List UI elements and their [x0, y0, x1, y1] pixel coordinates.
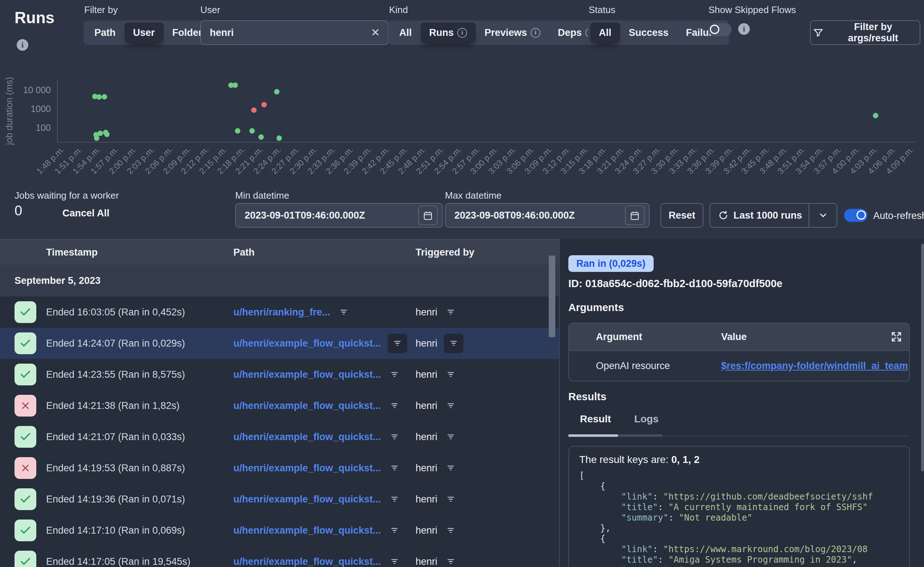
y-axis-ticks: 10 0001000100 [23, 85, 51, 133]
run-point[interactable] [104, 132, 110, 137]
run-user: henri [415, 525, 437, 536]
run-point[interactable] [251, 107, 257, 113]
detail-scrollbar[interactable] [921, 244, 924, 471]
filter-by-user-icon[interactable] [444, 333, 464, 353]
table-row[interactable]: Ended 14:24:07 (Ran in 0,029s) u/henri/e… [0, 328, 559, 359]
show-skipped-toggle[interactable] [709, 23, 731, 36]
show-skipped-info-icon[interactable]: i [738, 23, 750, 35]
success-icon [15, 550, 36, 567]
y-axis-title: job duration (ms) [4, 77, 14, 146]
table-row[interactable]: Ended 14:17:05 (Ran in 19,545s) u/henri/… [0, 546, 559, 567]
show-skipped-label: Show Skipped Flows [709, 4, 796, 16]
run-point[interactable] [233, 82, 238, 88]
runs-page: Runs i Filter by Path User Folder User ✕… [0, 0, 924, 567]
results-title: Results [568, 391, 606, 403]
filter-by-path-icon[interactable] [388, 399, 402, 412]
filter-by-path-icon[interactable] [388, 430, 402, 444]
runs-content: Timestamp Path Triggered by September 5,… [0, 239, 924, 567]
table-row[interactable]: Ended 14:19:53 (Ran in 0,887s) u/henri/e… [0, 453, 559, 484]
run-path-link[interactable]: u/henri/example_flow_quickst... [233, 494, 381, 505]
last-runs-button[interactable]: Last 1000 runs [710, 204, 808, 227]
runs-info-icon[interactable]: i [17, 39, 28, 51]
run-point[interactable] [261, 102, 267, 107]
filter-args-result-button[interactable]: Filter by args/result [810, 20, 920, 45]
table-row[interactable]: Ended 14:21:38 (Ran in 1,82s) u/henri/ex… [0, 390, 559, 421]
x-axis-ticks: 1:48 p.m.1:51 p.m.1:54 p.m.1:57 p.m.2:00… [35, 145, 915, 176]
filter-by-user-button[interactable]: User [125, 22, 164, 43]
filter-by-path-button[interactable]: Path [86, 22, 125, 43]
reset-button[interactable]: Reset [661, 203, 703, 228]
table-row[interactable]: Ended 14:17:10 (Ran in 0,069s) u/henri/e… [0, 515, 559, 546]
filter-by-path-icon[interactable] [388, 555, 402, 567]
kind-runs-button[interactable]: Runsi [421, 22, 476, 43]
filter-by-path-icon[interactable] [388, 461, 402, 475]
filter-by-path-icon[interactable] [337, 305, 351, 319]
run-path-link[interactable]: u/henri/example_flow_quickst... [233, 525, 381, 536]
tab-result[interactable]: Result [580, 413, 611, 425]
filter-by-path-icon[interactable] [388, 368, 402, 381]
run-timestamp: Ended 14:21:38 (Ran in 1,82s) [46, 400, 233, 411]
status-success-button[interactable]: Success [620, 22, 677, 43]
kind-label: Kind [389, 4, 408, 16]
filter-by-user-icon[interactable] [444, 555, 457, 567]
kind-all-button[interactable]: All [390, 22, 421, 43]
runs-duration-chart: job duration (ms) 10 0001000100 1:48 p.m… [0, 65, 924, 191]
argument-value-link[interactable]: $res:f/company-folder/windmill_ai_team [721, 360, 909, 372]
filter-by-user-icon[interactable] [444, 524, 457, 537]
last-runs-split-button: Last 1000 runs [709, 203, 837, 228]
kind-runs-info-icon: i [457, 28, 467, 38]
status-all-button[interactable]: All [590, 22, 620, 43]
table-row[interactable]: Ended 14:19:36 (Ran in 0,071s) u/henri/e… [0, 484, 559, 515]
clear-user-filter-icon[interactable]: ✕ [367, 27, 384, 38]
filter-by-user-icon[interactable] [444, 305, 457, 319]
filter-by-path-icon[interactable] [388, 492, 402, 506]
max-datetime-input[interactable] [454, 210, 625, 222]
run-point[interactable] [277, 136, 282, 141]
run-point[interactable] [249, 128, 255, 134]
run-path-link[interactable]: u/henri/example_flow_quickst... [233, 463, 381, 474]
tab-logs[interactable]: Logs [634, 413, 659, 425]
cancel-all-button[interactable]: Cancel All [60, 207, 112, 219]
table-row[interactable]: Ended 14:23:55 (Ran in 8,575s) u/henri/e… [0, 359, 559, 390]
chevron-down-icon [818, 210, 828, 220]
last-runs-dropdown-button[interactable] [809, 204, 837, 227]
run-path-link[interactable]: u/henri/example_flow_quickst... [233, 369, 381, 380]
run-user: henri [415, 369, 437, 380]
run-point[interactable] [98, 130, 103, 136]
filter-by-user-icon[interactable] [444, 368, 457, 381]
run-path-link[interactable]: u/henri/example_flow_quickst... [233, 400, 381, 411]
col-triggered-by: Triggered by [415, 247, 559, 258]
success-icon [15, 426, 36, 448]
table-scrollbar[interactable] [549, 256, 555, 337]
max-datetime-label: Max datetime [445, 190, 501, 201]
arguments-table-header: Argument Value [569, 323, 909, 350]
run-path-link[interactable]: u/henri/example_flow_quickst... [233, 431, 381, 442]
min-datetime-input[interactable] [244, 210, 418, 222]
expand-icon[interactable] [884, 330, 909, 344]
table-row[interactable]: Ended 16:03:05 (Ran in 0,452s) u/henri/r… [0, 297, 559, 328]
run-path-link[interactable]: u/henri/example_flow_quickst... [233, 556, 381, 567]
filter-by-path-icon[interactable] [388, 524, 402, 537]
kind-segmented: All Runsi Previewsi Depsi [388, 20, 606, 45]
run-point[interactable] [102, 94, 107, 99]
filter-by-user-icon[interactable] [444, 399, 457, 412]
run-point[interactable] [873, 113, 878, 118]
filter-by-path-icon[interactable] [388, 333, 407, 353]
user-filter-input[interactable] [209, 27, 367, 39]
run-point[interactable] [235, 128, 240, 134]
filter-by-user-icon[interactable] [444, 430, 457, 444]
run-point[interactable] [274, 89, 280, 94]
run-path-link[interactable]: u/henri/example_flow_quickst... [233, 338, 381, 349]
run-timestamp: Ended 16:03:05 (Ran in 0,452s) [46, 307, 233, 318]
filter-by-user-icon[interactable] [444, 461, 457, 475]
run-point[interactable] [96, 94, 102, 100]
max-datetime-calendar-icon[interactable] [625, 206, 644, 225]
run-path-link[interactable]: u/henri/ranking_fre... [233, 307, 330, 318]
min-datetime-calendar-icon[interactable] [418, 206, 438, 225]
run-point[interactable] [259, 134, 264, 140]
filter-by-user-icon[interactable] [444, 492, 457, 506]
run-point[interactable] [94, 136, 99, 141]
table-row[interactable]: Ended 14:21:07 (Ran in 0,033s) u/henri/e… [0, 421, 559, 453]
kind-previews-button[interactable]: Previewsi [476, 22, 549, 43]
auto-refresh-toggle[interactable] [844, 209, 867, 222]
